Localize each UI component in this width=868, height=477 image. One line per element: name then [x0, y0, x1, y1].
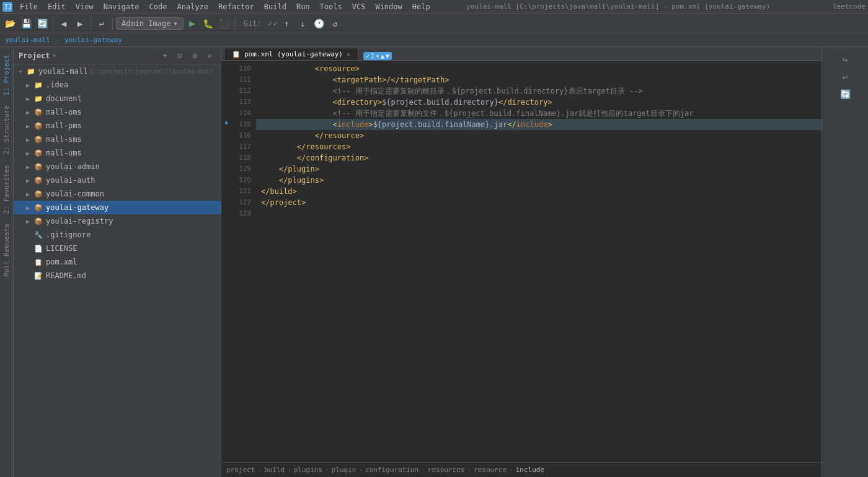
editor-tabs-bar: 📋 pom.xml (youlai-gateway) ✕ ✓ 1 ▾ ▲ ▼	[221, 47, 822, 61]
code-line-122: </project>	[256, 197, 822, 208]
menu-run[interactable]: Run	[291, 1, 315, 12]
menu-help[interactable]: Help	[407, 1, 435, 12]
bc-resource[interactable]: resource	[474, 466, 507, 474]
gutter-114	[221, 105, 231, 116]
gutter-110	[221, 61, 231, 72]
panel-dropdown-icon[interactable]: ▾	[53, 52, 56, 59]
tree-youlai-auth[interactable]: ▶ 📦 youlai-auth	[14, 173, 221, 187]
menu-edit[interactable]: Edit	[43, 1, 71, 12]
tree-youlai-registry[interactable]: ▶ 📦 youlai-registry	[14, 214, 221, 228]
gutter-112	[221, 83, 231, 94]
tree-mall-ums[interactable]: ▶ 📦 mall-ums	[14, 146, 221, 160]
panel-tools: + ⊟ ⚙ ✕	[159, 50, 216, 62]
panel-settings-btn[interactable]: ⚙	[188, 50, 201, 62]
stop-btn[interactable]: ⬛	[217, 16, 232, 31]
menu-build[interactable]: Build	[259, 1, 291, 12]
tree-mall-oms[interactable]: ▶ 📦 mall-oms	[14, 105, 221, 119]
bc-plugins[interactable]: plugins	[294, 466, 322, 474]
menu-bar: IJ File Edit View Navigate Code Analyze …	[0, 0, 868, 14]
toolbar-undo-btn[interactable]: ↩	[94, 16, 109, 31]
right-panel: ↪ ↩ 🔄	[822, 47, 868, 477]
toolbar-open-btn[interactable]: 📂	[2, 16, 17, 31]
toolbar-back-btn[interactable]: ◀	[56, 16, 71, 31]
tree-document[interactable]: ▶ 📁 document	[14, 92, 221, 105]
dropdown-arrow-icon: ▾	[173, 19, 177, 28]
editor-area: 📋 pom.xml (youlai-gateway) ✕ ✓ 1 ▾ ▲ ▼	[221, 47, 822, 477]
run-config-dropdown[interactable]: Admin Image ▾	[116, 17, 184, 30]
tree-license[interactable]: ▶ 📄 LICENSE	[14, 242, 221, 255]
tree-gitignore[interactable]: ▶ 🔧 .gitignore	[14, 228, 221, 242]
panel-add-btn[interactable]: +	[159, 50, 171, 62]
tree-readme[interactable]: ▶ 📝 README.md	[14, 269, 221, 282]
svg-text:IJ: IJ	[4, 4, 12, 11]
project-root-label[interactable]: youlai-mall	[5, 36, 50, 44]
toolbar: 📂 💾 🔄 ◀ ▶ ↩ Admin Image ▾ ▶ 🐛 ⬛ Git: ✓ ✓…	[0, 14, 868, 33]
gutter-119	[221, 161, 231, 172]
menu-vcs[interactable]: VCS	[347, 1, 371, 12]
code-line-123	[256, 208, 822, 219]
code-line-116: </resource>	[256, 130, 822, 141]
tree-root-path: C:\projects\java\mall\youlai-mall	[90, 68, 213, 75]
menu-navigate[interactable]: Navigate	[99, 1, 144, 12]
tab-structure[interactable]: 2: Structure	[1, 100, 12, 159]
bc-plugin[interactable]: plugin	[332, 466, 356, 474]
menu-analyze[interactable]: Analyze	[172, 1, 213, 12]
toolbar-sync-btn[interactable]: 🔄	[35, 16, 50, 31]
tab-pull-requests[interactable]: Pull Requests	[1, 219, 12, 282]
project-gateway-label[interactable]: youlai-gateway	[64, 36, 122, 44]
code-line-112: <!-- 用于指定需要复制的根目录，${project.build.direct…	[256, 85, 822, 97]
code-area[interactable]: <resource> <targetPath>/</targetPath> <!…	[256, 61, 822, 462]
tree-mall-pms[interactable]: ▶ 📦 mall-pms	[14, 119, 221, 133]
tree-youlai-admin[interactable]: ▶ 📦 youlai-admin	[14, 160, 221, 173]
menu-view[interactable]: View	[71, 1, 99, 12]
menu-tools[interactable]: Tools	[315, 1, 347, 12]
tab-favorites[interactable]: 2: Favorites	[1, 160, 12, 219]
git-revert-icon[interactable]: ↺	[327, 16, 342, 31]
breadcrumb-root-sep: ›	[55, 36, 60, 45]
menu-code[interactable]: Code	[144, 1, 172, 12]
git-history-icon[interactable]: 🕐	[311, 16, 326, 31]
debug-btn[interactable]: 🐛	[201, 16, 216, 31]
bc-include[interactable]: include	[516, 466, 544, 474]
bc-configuration[interactable]: configuration	[365, 466, 418, 474]
menu-file[interactable]: File	[15, 1, 43, 12]
tree-mall-sms[interactable]: ▶ 📦 mall-sms	[14, 133, 221, 146]
menu-refactor[interactable]: Refactor	[213, 1, 259, 12]
separator-3	[112, 17, 113, 30]
tree-youlai-gateway[interactable]: ▶ 📦 youlai-gateway	[14, 201, 221, 214]
git-label: Git:	[239, 18, 267, 29]
tree-pom-xml[interactable]: ▶ 📋 pom.xml	[14, 255, 221, 269]
right-btn-3[interactable]: 🔄	[838, 87, 852, 102]
bc-sep-2: ›	[287, 466, 291, 474]
tree-youlai-common[interactable]: ▶ 📦 youlai-common	[14, 187, 221, 201]
code-line-120: </plugins>	[256, 175, 822, 186]
bc-resources[interactable]: resources	[428, 466, 465, 474]
tab-project[interactable]: 1: Project	[1, 50, 12, 100]
left-tabs: 1: Project 2: Structure 2: Favorites Pul…	[0, 47, 14, 477]
tab-close-icon[interactable]: ✕	[347, 51, 350, 58]
panel-close-btn[interactable]: ✕	[203, 50, 216, 62]
git-push-icon[interactable]: ↑	[279, 16, 294, 31]
bc-sep-4: ›	[358, 466, 363, 474]
tree-idea[interactable]: ▶ 📁 .idea	[14, 78, 221, 92]
panel-collapse-btn[interactable]: ⊟	[174, 50, 186, 62]
gutter-120	[221, 172, 231, 183]
bc-build[interactable]: build	[264, 466, 285, 474]
bc-project[interactable]: project	[226, 466, 255, 474]
right-btn-2[interactable]: ↩	[838, 69, 852, 84]
git-pull-icon[interactable]: ↓	[295, 16, 310, 31]
project-panel: Project ▾ + ⊟ ⚙ ✕ ▾ 📁 youlai-mall C:\pro…	[14, 47, 221, 477]
git-checkmark-icon: ✓	[268, 19, 272, 28]
git-check2-icon: ✓	[273, 19, 278, 28]
breadcrumb: project › build › plugins › plugin › con…	[221, 462, 822, 477]
toolbar-forward-btn[interactable]: ▶	[73, 16, 87, 31]
run-btn[interactable]: ▶	[185, 16, 200, 31]
tree-root[interactable]: ▾ 📁 youlai-mall C:\projects\java\mall\yo…	[14, 64, 221, 78]
main-layout: 1: Project 2: Structure 2: Favorites Pul…	[0, 47, 868, 477]
menu-window[interactable]: Window	[370, 1, 407, 12]
gutter-111	[221, 72, 231, 83]
editor-tab-pom[interactable]: 📋 pom.xml (youlai-gateway) ✕	[224, 48, 358, 60]
code-line-110: <resource>	[256, 63, 822, 74]
right-btn-1[interactable]: ↪	[838, 52, 852, 67]
toolbar-save-btn[interactable]: 💾	[19, 16, 33, 31]
